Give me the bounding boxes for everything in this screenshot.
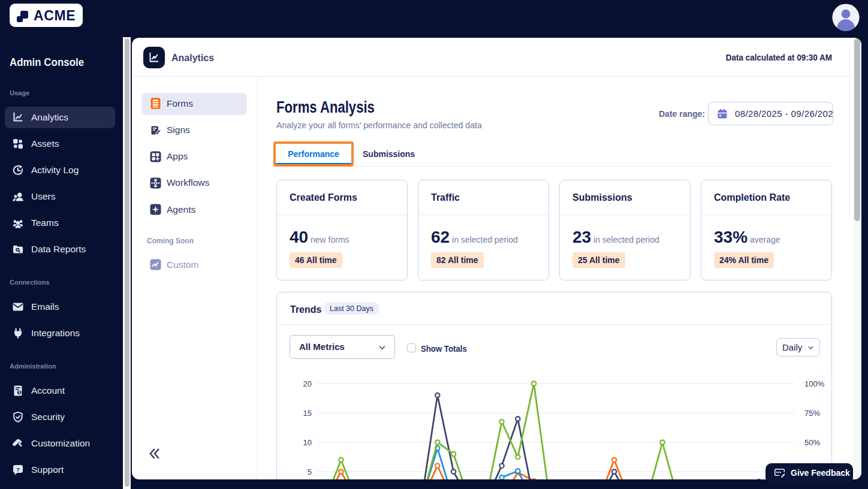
svg-text:50%: 50% [804,438,820,447]
svg-text:10: 10 [303,438,312,447]
svg-text:100%: 100% [804,379,825,388]
svg-text:?: ? [16,467,20,473]
svg-text:15: 15 [303,409,312,418]
svg-text:20: 20 [303,379,312,388]
svg-text:75%: 75% [804,409,820,418]
svg-text:5: 5 [308,467,312,476]
svg-text:$: $ [18,390,20,395]
